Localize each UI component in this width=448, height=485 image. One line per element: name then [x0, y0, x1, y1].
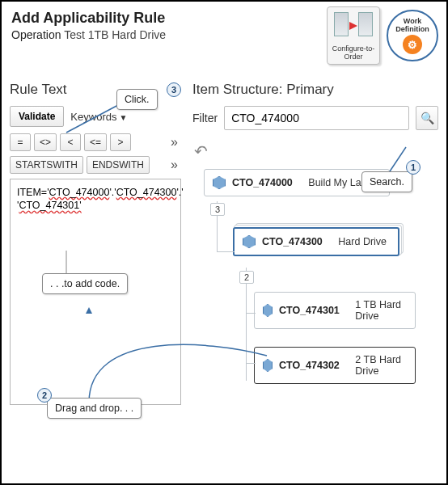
tree-node-hard-drive[interactable]: CTO_474300 Hard Drive: [233, 227, 399, 256]
function-bar: STARTSWITH ENDSWITH »: [10, 156, 181, 174]
node-id: CTO_474301: [279, 305, 340, 316]
step-badge-3: 3: [167, 82, 181, 97]
tree-connector: [246, 363, 256, 364]
keywords-dropdown[interactable]: Keywords▼: [70, 111, 127, 123]
search-button[interactable]: 🔍: [416, 106, 438, 130]
undo-button[interactable]: ↶: [194, 141, 438, 161]
item-cube-icon: [243, 235, 256, 248]
search-icon: 🔍: [421, 112, 434, 124]
arrow-right-icon: [349, 22, 357, 30]
callout-search: Search.: [361, 171, 412, 192]
op-equals-button[interactable]: =: [10, 133, 31, 151]
operator-bar: = <> < <= > »: [10, 133, 181, 151]
item-tree: CTO_474000 Build My Laptop 3 CTO_474300 …: [192, 169, 438, 384]
work-definition-badge: Work Definition ⚙: [387, 10, 438, 61]
item-cube-icon: [263, 359, 273, 372]
operation-value: Test 1TB Hard Drive: [64, 28, 166, 41]
rule-token-2: CTO_474300: [116, 187, 177, 198]
item-cube-icon: [263, 304, 273, 317]
rule-sep-1: '.': [109, 187, 116, 198]
validate-button[interactable]: Validate: [10, 106, 64, 127]
step-badge-2: 2: [37, 388, 52, 403]
node-name: Hard Drive: [338, 236, 387, 247]
op-less-equal-button[interactable]: <=: [84, 133, 107, 151]
tree-connector: [217, 251, 235, 252]
cto-badge-label: Configure-to-Order: [331, 44, 376, 61]
rule-token-1: CTO_474000: [49, 187, 110, 198]
item-structure-heading: Item Structure: Primary: [192, 82, 438, 98]
filter-label: Filter: [192, 112, 218, 124]
filter-input[interactable]: [224, 106, 409, 130]
node-id: CTO_474000: [232, 177, 293, 188]
configure-to-order-badge: Configure-to-Order: [327, 6, 380, 65]
step-badge-1: 1: [406, 160, 421, 175]
tree-node-1tb[interactable]: CTO_474301 1 TB Hard Drive: [254, 292, 416, 329]
tree-connector: [246, 268, 247, 381]
app-frame: Add Applicability Rule Operation Test 1T…: [0, 0, 448, 485]
server-right-icon: [358, 12, 373, 36]
op-greater-than-button[interactable]: >: [110, 133, 131, 151]
op-less-than-button[interactable]: <: [60, 133, 81, 151]
rule-prefix: ITEM=': [17, 187, 49, 198]
item-structure-panel: Item Structure: Primary Filter 🔍 ↶ CTO_4…: [189, 82, 446, 474]
header-badges: Configure-to-Order Work Definition ⚙: [327, 6, 438, 65]
child-count-badge[interactable]: 3: [210, 203, 225, 216]
callout-click: Click.: [116, 89, 158, 110]
fn-startswith-button[interactable]: STARTSWITH: [10, 156, 83, 174]
operation-label: Operation: [11, 28, 61, 41]
keywords-dropdown-label: Keywords: [70, 111, 116, 123]
node-name: 2 TB Hard Drive: [355, 354, 407, 377]
callout-add-code: . . .to add code.: [42, 273, 128, 294]
callout-drag-drop: Drag and drop. . .: [47, 398, 142, 419]
tree-node-2tb[interactable]: CTO_474302 2 TB Hard Drive: [254, 347, 416, 384]
tree-connector: [246, 313, 256, 314]
function-more-icon[interactable]: »: [167, 158, 181, 172]
op-not-equals-button[interactable]: <>: [34, 133, 57, 151]
child-count-badge[interactable]: 2: [239, 271, 254, 284]
server-left-icon: [334, 12, 349, 36]
rule-suffix-1: '.': [176, 187, 183, 198]
node-id: CTO_474302: [279, 360, 340, 371]
wd-badge-label: Work Definition: [388, 17, 437, 33]
chevron-down-icon: ▼: [119, 113, 127, 122]
gear-icon: ⚙: [403, 35, 422, 54]
operator-more-icon[interactable]: »: [167, 135, 181, 150]
filter-row: Filter 🔍: [192, 106, 438, 130]
node-id: CTO_474300: [262, 236, 323, 247]
item-cube-icon: [213, 176, 226, 189]
fn-endswith-button[interactable]: ENDSWITH: [87, 156, 150, 174]
rule-token-3: CTO_474301': [19, 200, 81, 211]
node-name: 1 TB Hard Drive: [355, 299, 407, 322]
